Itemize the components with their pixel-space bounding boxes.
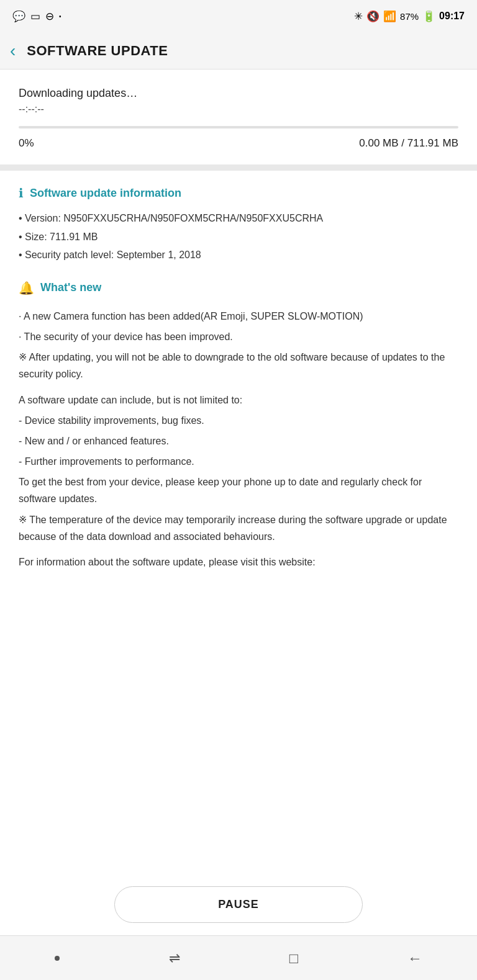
- general-info-line3: - New and / or enhanced features.: [19, 433, 458, 449]
- downloading-status-text: Downloading updates…: [19, 87, 458, 100]
- minus-circle-icon: ⊖: [45, 10, 54, 23]
- whats-new-item1: · A new Camera function has been added(A…: [19, 308, 458, 325]
- download-section: Downloading updates… --:--:-- 0% 0.00 MB…: [0, 70, 477, 164]
- whatsapp-icon: 💬: [12, 10, 25, 23]
- progress-percent-label: 0%: [19, 137, 34, 150]
- general-info-line1: A software update can include, but is no…: [19, 392, 458, 408]
- general-info-line4: - Further improvements to performance.: [19, 453, 458, 470]
- security-patch-detail: • Security patch level: September 1, 201…: [19, 247, 458, 263]
- bottom-navigation: ⇌ □ ←: [0, 935, 477, 980]
- general-info-line6: ※ The temperature of the device may temp…: [19, 511, 458, 545]
- size-detail: • Size: 711.91 MB: [19, 229, 458, 245]
- progress-size-label: 0.00 MB / 711.91 MB: [359, 137, 458, 150]
- wifi-icon: 📶: [383, 10, 396, 23]
- software-info-title: Software update information: [30, 187, 181, 200]
- page-header: ‹ SOFTWARE UPDATE: [0, 32, 477, 70]
- website-info-text: For information about the software updat…: [19, 554, 458, 570]
- mute-icon: 🔇: [366, 10, 379, 23]
- update-details: • Version: N950FXXU5CRHA/N950FOXM5CRHA/N…: [19, 210, 458, 263]
- status-icons-left: 💬 ▭ ⊖ •: [12, 10, 61, 23]
- status-bar: 💬 ▭ ⊖ • ✳ 🔇 📶 87% 🔋 09:17: [0, 0, 477, 32]
- bluetooth-icon: ✳: [354, 10, 363, 23]
- battery-percent: 87%: [400, 11, 419, 22]
- progress-stats: 0% 0.00 MB / 711.91 MB: [19, 137, 458, 150]
- nav-back-button[interactable]: ←: [407, 950, 422, 967]
- nav-menu-button[interactable]: ⇌: [169, 950, 180, 966]
- tablet-icon: ▭: [30, 10, 40, 23]
- progress-bar-container: [19, 126, 458, 128]
- status-icons-right: ✳ 🔇 📶 87% 🔋 09:17: [354, 10, 465, 23]
- whats-new-item2: · The security of your device has been i…: [19, 328, 458, 345]
- whats-new-item3: ※ After updating, you will not be able t…: [19, 349, 458, 382]
- info-circle-icon: ℹ: [19, 186, 24, 200]
- pause-button[interactable]: PAUSE: [114, 886, 363, 923]
- time-display: 09:17: [439, 11, 465, 22]
- pause-area: PAUSE: [0, 876, 477, 935]
- version-detail: • Version: N950FXXU5CRHA/N950FOXM5CRHA/N…: [19, 210, 458, 227]
- whats-new-icon: 🔔: [19, 281, 34, 295]
- nav-recents-button[interactable]: □: [289, 950, 299, 967]
- whats-new-title: What's new: [40, 281, 101, 294]
- nav-home-dot[interactable]: [55, 956, 60, 961]
- info-section: ℹ Software update information • Version:…: [0, 171, 477, 876]
- general-info-line2: - Device stability improvements, bug fix…: [19, 412, 458, 429]
- whats-new-header: 🔔 What's new: [19, 281, 458, 295]
- section-divider: [0, 164, 477, 171]
- software-info-header: ℹ Software update information: [19, 186, 458, 200]
- dot-icon: •: [59, 13, 61, 20]
- page-title: SOFTWARE UPDATE: [27, 43, 168, 59]
- time-remaining-text: --:--:--: [19, 104, 458, 115]
- back-button[interactable]: ‹: [10, 41, 16, 61]
- battery-icon: 🔋: [422, 10, 435, 23]
- general-info-line5: To get the best from your device, please…: [19, 474, 458, 507]
